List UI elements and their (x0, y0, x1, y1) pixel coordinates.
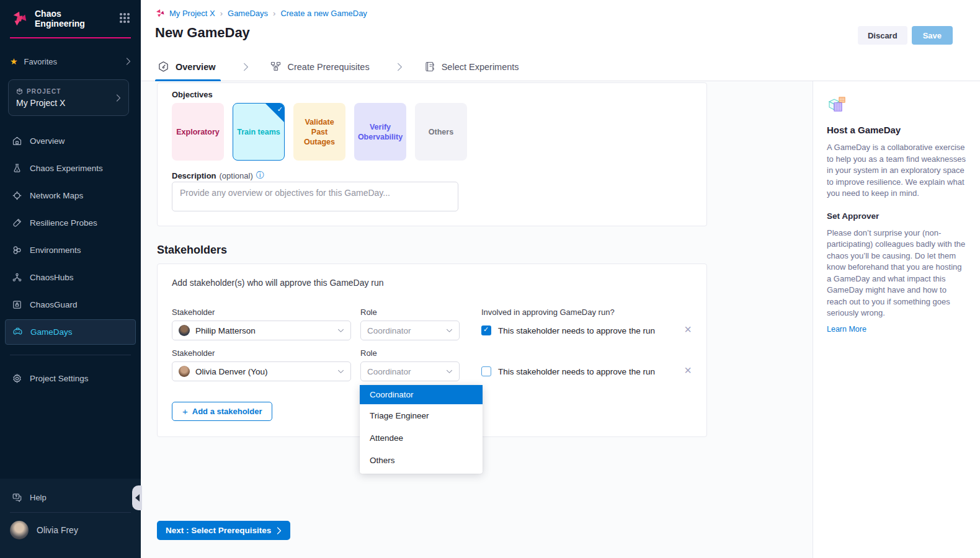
sidebar-item-favorites[interactable]: ★ Favorites (0, 52, 141, 71)
brand-name: Chaos Engineering (35, 9, 120, 29)
step-tabs: Overview Create Prerequisites Select Exp… (141, 53, 980, 81)
approve-checkbox-checked[interactable] (481, 326, 491, 335)
next-button-label: Next : Select Prerequisites (166, 526, 271, 535)
role-column-label: Role (360, 308, 377, 317)
approve-label: This stakeholder needs to approve the ru… (498, 326, 655, 335)
description-optional-label: (optional) (220, 171, 253, 180)
objectives-label: Objectives (172, 90, 213, 99)
chevron-right-icon (126, 58, 131, 65)
objective-cards: Exploratory Train teams Validate Past Ou… (172, 103, 467, 161)
stakeholders-subtitle: Add stakeholder(s) who will approve this… (172, 278, 384, 288)
brand-underline (10, 37, 131, 38)
save-button[interactable]: Save (912, 26, 953, 45)
gamepad-icon (12, 327, 23, 337)
user-name: Olivia Frey (37, 525, 78, 535)
dropdown-option-attendee[interactable]: Attendee (360, 427, 483, 449)
role-dropdown-menu: Coordinator Triage Engineer Attendee Oth… (360, 385, 483, 474)
description-label-row: Description (optional) ⓘ (172, 170, 264, 181)
tab-create-prerequisites[interactable]: Create Prerequisites (267, 53, 378, 81)
sidebar-nav: Overview Chaos Experiments Network Maps … (0, 127, 141, 392)
sidebar-item-label: Chaos Experiments (30, 164, 103, 173)
app-window: Chaos Engineering ★ Favorites PROJECT My… (0, 0, 980, 558)
sidebar-item-gamedays[interactable]: GameDays (5, 319, 136, 345)
sidebar-collapse-button[interactable] (132, 485, 142, 510)
dropdown-option-others[interactable]: Others (360, 449, 483, 471)
sidebar-item-chaosguard[interactable]: ChaosGuard (0, 291, 141, 318)
approve-row-2: This stakeholder needs to approve the ru… (481, 366, 655, 376)
role-column-label: Role (360, 348, 377, 358)
breadcrumb-current[interactable]: Create a new GameDay (280, 9, 367, 18)
user-avatar (10, 521, 29, 539)
stakeholder-select-row2[interactable]: Olivia Denver (You) (172, 361, 351, 381)
help-chat-icon (12, 492, 22, 503)
objective-card-validate-past-outages[interactable]: Validate Past Outages (293, 103, 345, 161)
gear-icon (12, 373, 22, 384)
sidebar-item-label: GameDays (30, 327, 73, 337)
chaoshubs-icon (12, 272, 22, 283)
breadcrumb-link-project[interactable]: My Project X (169, 9, 215, 18)
user-profile[interactable]: Olivia Frey (0, 513, 141, 547)
objective-card-train-teams[interactable]: Train teams (233, 103, 285, 161)
remove-stakeholder-icon[interactable]: × (682, 324, 694, 336)
project-label: PROJECT (27, 88, 61, 95)
objective-card-others[interactable]: Others (415, 103, 467, 161)
description-input[interactable] (172, 182, 458, 211)
sidebar-item-overview[interactable]: Overview (0, 127, 141, 154)
cubes-illustration-icon (827, 96, 848, 115)
dropdown-option-coordinator[interactable]: Coordinator (360, 385, 483, 404)
sidebar-item-chaos-experiments[interactable]: Chaos Experiments (0, 154, 141, 182)
sidebar-item-resilience-probes[interactable]: Resilience Probes (0, 209, 141, 236)
main-content: Objectives Exploratory Train teams Valid… (141, 81, 813, 558)
chevron-down-icon (337, 370, 344, 374)
environments-icon (12, 245, 22, 255)
selected-check-icon (265, 104, 284, 122)
chevron-separator-icon: › (220, 9, 223, 18)
sidebar-item-label: ChaosHubs (30, 273, 74, 282)
sidebar-item-label: Project Settings (30, 374, 89, 383)
cube-icon (16, 88, 23, 95)
header-actions: Discard Save (858, 26, 953, 45)
objectives-card: Objectives Exploratory Train teams Valid… (157, 82, 707, 226)
help-button[interactable]: Help (0, 484, 141, 511)
add-stakeholder-label: Add a stakeholder (192, 407, 262, 416)
discard-button[interactable]: Discard (858, 26, 907, 45)
role-select-row2[interactable]: Coordinator (360, 361, 460, 381)
arrow-right-icon (277, 527, 282, 534)
stakeholder-name: Philip Matterson (195, 326, 256, 335)
info-icon[interactable]: ⓘ (256, 170, 264, 181)
module-grid-icon[interactable] (120, 13, 131, 24)
breadcrumb-link-gamedays[interactable]: GameDays (228, 9, 268, 18)
chevron-separator-icon: › (273, 9, 275, 18)
sidebar-item-label: Environments (30, 246, 81, 255)
role-select-row1[interactable]: Coordinator (360, 321, 460, 340)
objective-label: Train teams (237, 127, 280, 137)
approve-checkbox-unchecked[interactable] (481, 366, 491, 376)
stakeholder-name: Olivia Denver (You) (195, 367, 268, 376)
role-value: Coordinator (367, 326, 411, 335)
divider (10, 355, 131, 355)
stakeholder-column-label: Stakeholder (172, 308, 215, 317)
stakeholder-select-row1[interactable]: Philip Matterson (172, 321, 351, 340)
star-icon: ★ (10, 56, 18, 66)
sidebar-item-network-maps[interactable]: Network Maps (0, 182, 141, 209)
project-selector[interactable]: PROJECT My Project X (8, 79, 129, 116)
add-stakeholder-button[interactable]: + Add a stakeholder (172, 402, 272, 421)
chevron-right-icon (397, 63, 403, 71)
remove-stakeholder-icon[interactable]: × (682, 365, 694, 377)
stakeholder-avatar (179, 366, 190, 377)
experiments-tab-icon (424, 61, 435, 73)
tab-select-experiments[interactable]: Select Experiments (421, 53, 528, 81)
sidebar-item-environments[interactable]: Environments (0, 236, 141, 264)
next-button[interactable]: Next : Select Prerequisites (157, 521, 290, 540)
sidebar-item-label: Network Maps (30, 191, 83, 200)
sidebar-item-project-settings[interactable]: Project Settings (0, 365, 141, 392)
objective-card-exploratory[interactable]: Exploratory (172, 103, 224, 161)
probe-icon (12, 218, 22, 228)
home-icon (12, 136, 22, 146)
learn-more-link[interactable]: Learn More (827, 325, 866, 334)
objective-card-verify-observability[interactable]: Verify Obervability (354, 103, 406, 161)
tab-overview[interactable]: Overview (155, 53, 225, 81)
sidebar-item-chaoshubs[interactable]: ChaosHubs (0, 264, 141, 291)
brand-row: Chaos Engineering (0, 0, 141, 35)
dropdown-option-triage-engineer[interactable]: Triage Engineer (360, 404, 483, 427)
